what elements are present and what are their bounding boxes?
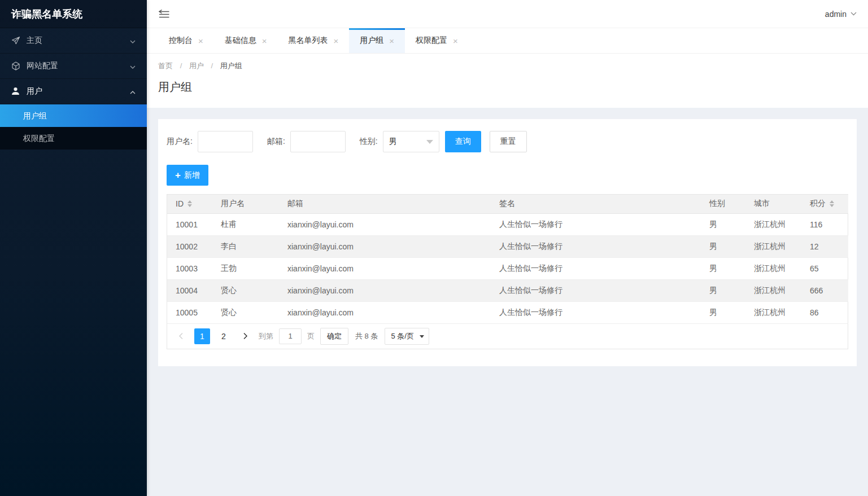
cube-icon xyxy=(11,62,20,71)
table-row: 10003 王勃 xianxin@layui.com 人生恰似一场修行 男 浙江… xyxy=(167,257,848,279)
cell-city: 浙江杭州 xyxy=(745,301,801,323)
prev-page-icon[interactable] xyxy=(173,328,189,344)
content-area: 用户名: 邮箱: 性别: 男 查询 重置 + 新增 xyxy=(147,108,868,378)
cell-username: 贤心 xyxy=(212,279,279,301)
sidebar-item-site-config[interactable]: 网站配置 xyxy=(0,54,147,79)
collapse-sidebar-icon[interactable] xyxy=(158,10,170,18)
cell-username: 杜甫 xyxy=(212,213,279,235)
page-button-1[interactable]: 1 xyxy=(194,328,210,344)
cell-email: xianxin@layui.com xyxy=(279,279,491,301)
reset-button[interactable]: 重置 xyxy=(490,131,527,152)
sort-icon[interactable] xyxy=(830,200,834,207)
sidebar-subitem-label: 用户组 xyxy=(23,111,47,120)
query-button[interactable]: 查询 xyxy=(445,131,481,152)
column-header-signature: 签名 xyxy=(491,195,701,213)
column-header-username: 用户名 xyxy=(212,195,279,213)
tab-basic-info[interactable]: 基础信息 × xyxy=(214,28,278,53)
cell-score: 12 xyxy=(801,235,848,257)
sidebar-item-permission-config[interactable]: 权限配置 xyxy=(0,127,147,150)
cell-username: 王勃 xyxy=(212,257,279,279)
cell-email: xianxin@layui.com xyxy=(279,257,491,279)
table-row: 10004 贤心 xianxin@layui.com 人生恰似一场修行 男 浙江… xyxy=(167,279,848,301)
sidebar-item-home[interactable]: 主页 xyxy=(0,28,147,54)
add-button-label: 新增 xyxy=(184,170,200,181)
tab-user-group[interactable]: 用户组 × xyxy=(349,28,405,53)
gender-select[interactable]: 男 xyxy=(383,131,439,152)
tab-label: 权限配置 xyxy=(416,36,447,46)
breadcrumb-home[interactable]: 首页 xyxy=(158,62,173,70)
cell-signature: 人生恰似一场修行 xyxy=(491,257,701,279)
cell-score: 116 xyxy=(801,213,848,235)
main-area: admin 控制台 × 基础信息 × 黑名单列表 × 用户组 × 权限配置 xyxy=(147,0,868,378)
page-button-2[interactable]: 2 xyxy=(216,328,232,344)
cell-score: 65 xyxy=(801,257,848,279)
cell-city: 浙江杭州 xyxy=(745,235,801,257)
username-label: 用户名: xyxy=(167,137,193,147)
chevron-down-icon xyxy=(850,12,857,16)
cell-id: 10003 xyxy=(167,257,212,279)
tab-permission-config[interactable]: 权限配置 × xyxy=(405,28,469,53)
add-button[interactable]: + 新增 xyxy=(167,165,208,186)
sort-icon[interactable] xyxy=(187,200,192,207)
next-page-icon[interactable] xyxy=(237,328,253,344)
column-header-score[interactable]: 积分 xyxy=(801,195,848,213)
cell-gender: 男 xyxy=(701,301,745,323)
chevron-down-icon xyxy=(130,36,136,45)
goto-label: 到第 xyxy=(259,331,273,341)
cell-username: 贤心 xyxy=(212,301,279,323)
plus-icon: + xyxy=(175,170,181,180)
breadcrumb: 首页 / 用户 / 用户组 xyxy=(158,61,857,71)
close-icon[interactable]: × xyxy=(334,37,339,45)
confirm-button[interactable]: 确定 xyxy=(320,328,348,345)
search-form: 用户名: 邮箱: 性别: 男 查询 重置 xyxy=(167,131,848,152)
username: admin xyxy=(825,10,847,19)
sidebar-item-label: 用户 xyxy=(27,86,130,96)
sidebar-item-user-group[interactable]: 用户组 xyxy=(0,104,147,127)
cell-id: 10005 xyxy=(167,301,212,323)
sidebar-item-users[interactable]: 用户 xyxy=(0,79,147,104)
close-icon[interactable]: × xyxy=(262,37,267,45)
chevron-up-icon xyxy=(130,87,136,96)
cell-city: 浙江杭州 xyxy=(745,213,801,235)
cell-email: xianxin@layui.com xyxy=(279,213,491,235)
sidebar: 诈骗黑名单系统 主页 网站配置 xyxy=(0,0,147,496)
paper-plane-icon xyxy=(11,36,20,45)
breadcrumb-users[interactable]: 用户 xyxy=(189,62,204,70)
cell-gender: 男 xyxy=(701,213,745,235)
data-table: ID 用户名 邮箱 签名 性别 城市 xyxy=(167,194,848,349)
per-page-select[interactable]: 5 条/页 xyxy=(385,328,429,345)
close-icon[interactable]: × xyxy=(389,37,394,45)
goto-page-input[interactable] xyxy=(279,328,302,344)
card: 用户名: 邮箱: 性别: 男 查询 重置 + 新增 xyxy=(158,119,857,366)
gender-label: 性别: xyxy=(360,137,378,147)
cell-score: 666 xyxy=(801,279,848,301)
column-header-id[interactable]: ID xyxy=(167,195,212,213)
cell-email: xianxin@layui.com xyxy=(279,301,491,323)
cell-city: 浙江杭州 xyxy=(745,257,801,279)
page-unit-label: 页 xyxy=(307,331,315,341)
tab-label: 控制台 xyxy=(169,36,193,46)
tab-console[interactable]: 控制台 × xyxy=(158,28,214,53)
user-menu[interactable]: admin xyxy=(825,10,857,19)
tab-bar: 控制台 × 基础信息 × 黑名单列表 × 用户组 × 权限配置 × xyxy=(147,28,868,54)
app-root: 诈骗黑名单系统 主页 网站配置 xyxy=(0,0,868,378)
tab-blacklist[interactable]: 黑名单列表 × xyxy=(278,28,350,53)
username-input[interactable] xyxy=(198,131,253,152)
cell-id: 10002 xyxy=(167,235,212,257)
page-header: 首页 / 用户 / 用户组 用户组 xyxy=(147,54,868,108)
chevron-down-icon xyxy=(426,140,433,144)
app-title: 诈骗黑名单系统 xyxy=(0,0,147,28)
sidebar-subitem-label: 权限配置 xyxy=(23,134,55,143)
close-icon[interactable]: × xyxy=(453,37,458,45)
cell-signature: 人生恰似一场修行 xyxy=(491,301,701,323)
tab-label: 基础信息 xyxy=(225,36,256,46)
cell-id: 10001 xyxy=(167,213,212,235)
pagination: 1 2 到第 页 确定 共 8 条 5 条/页 xyxy=(167,324,848,349)
column-header-city: 城市 xyxy=(745,195,801,213)
email-input[interactable] xyxy=(290,131,346,152)
tab-label: 用户组 xyxy=(360,36,383,46)
cell-signature: 人生恰似一场修行 xyxy=(491,279,701,301)
close-icon[interactable]: × xyxy=(198,37,203,45)
cell-gender: 男 xyxy=(701,257,745,279)
cell-email: xianxin@layui.com xyxy=(279,235,491,257)
